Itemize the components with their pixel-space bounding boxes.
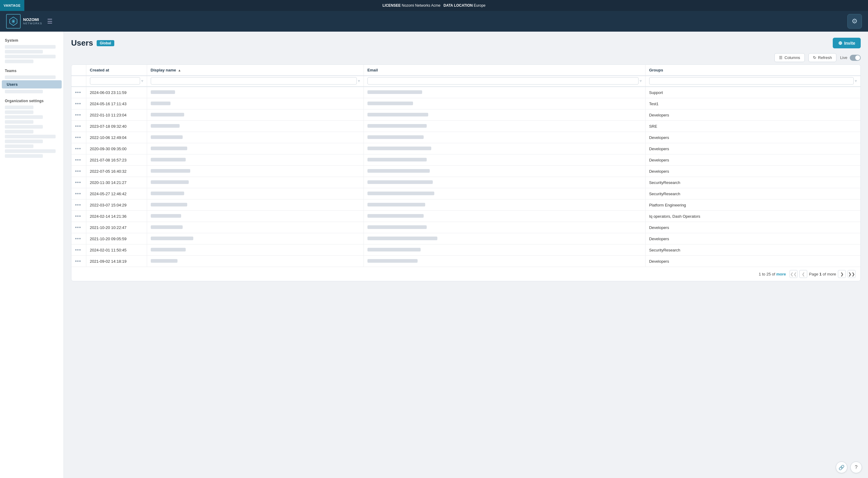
row-created-at: 2024-05-27 12:46:42	[86, 188, 147, 200]
row-actions-cell[interactable]: •••	[71, 121, 86, 132]
table-row: •••2022-07-05 16:40:32Developers	[71, 166, 860, 177]
header: NOZOMI NETWORKS ☰ ⚙	[0, 11, 868, 32]
row-actions-icon[interactable]: •••	[75, 202, 81, 207]
row-created-at: 2020-11-30 14:21:27	[86, 177, 147, 188]
filter-email-wrapper: ▿	[367, 77, 642, 85]
row-actions-icon[interactable]: •••	[75, 112, 81, 117]
blurred-email	[367, 113, 428, 116]
plus-icon: ⊕	[838, 40, 842, 46]
row-groups: Developers	[645, 143, 860, 154]
row-actions-cell[interactable]: •••	[71, 110, 86, 121]
table-row: •••2020-11-30 14:21:27SecurityResearch	[71, 177, 860, 188]
row-groups: Developers	[645, 222, 860, 233]
table-row: •••2023-07-18 09:32:40SRE	[71, 121, 860, 132]
row-actions-cell[interactable]: •••	[71, 98, 86, 110]
users-table-container: Created at Display name ▲ Email Groups	[71, 64, 861, 281]
live-label: Live	[840, 55, 847, 60]
row-actions-cell[interactable]: •••	[71, 233, 86, 244]
pagination: 1 to 25 of more ❮❮ ❮ Page 1 of more ❯ ❯❯	[71, 267, 860, 281]
blurred-display-name	[151, 169, 190, 173]
row-actions-icon[interactable]: •••	[75, 180, 81, 185]
blurred-display-name	[151, 101, 170, 105]
next-page-button[interactable]: ❯	[838, 270, 846, 278]
row-actions-icon[interactable]: •••	[75, 146, 81, 151]
row-actions-cell[interactable]: •••	[71, 211, 86, 222]
sidebar-section-system: System	[0, 36, 64, 44]
filter-created-input[interactable]	[90, 77, 140, 85]
help-button[interactable]: ?	[850, 461, 862, 473]
row-actions-cell[interactable]: •••	[71, 87, 86, 98]
row-actions-cell[interactable]: •••	[71, 188, 86, 200]
row-actions-icon[interactable]: •••	[75, 169, 81, 174]
hamburger-menu[interactable]: ☰	[47, 18, 53, 25]
gear-icon: ⚙	[851, 17, 858, 25]
row-actions-cell[interactable]: •••	[71, 200, 86, 211]
row-email	[364, 143, 645, 154]
columns-button[interactable]: ☰ Columns	[774, 53, 804, 62]
sidebar-blurred-4	[5, 60, 33, 63]
help-icon: ?	[855, 465, 858, 470]
filter-display-input[interactable]	[151, 77, 357, 85]
row-created-at: 2021-07-08 16:57:23	[86, 154, 147, 166]
row-created-at: 2022-03-07 15:04:29	[86, 200, 147, 211]
link-button[interactable]: 🔗	[836, 461, 847, 473]
row-actions-cell[interactable]: •••	[71, 166, 86, 177]
row-actions-cell[interactable]: •••	[71, 177, 86, 188]
row-actions-icon[interactable]: •••	[75, 259, 81, 264]
row-email	[364, 222, 645, 233]
settings-button[interactable]: ⚙	[847, 14, 862, 29]
blurred-display-name	[151, 259, 178, 263]
row-actions-cell[interactable]: •••	[71, 244, 86, 256]
row-created-at: 2024-02-14 14:21:36	[86, 211, 147, 222]
filter-email-cell: ▿	[364, 76, 645, 87]
row-actions-icon[interactable]: •••	[75, 101, 81, 106]
filter-created-wrapper: ▿	[90, 77, 143, 85]
row-actions-cell[interactable]: •••	[71, 256, 86, 267]
row-actions-cell[interactable]: •••	[71, 143, 86, 154]
filter-groups-cell: ▿	[645, 76, 860, 87]
sidebar-item-users[interactable]: Users	[2, 80, 62, 88]
row-actions-icon[interactable]: •••	[75, 135, 81, 140]
live-toggle[interactable]: Live	[840, 55, 861, 61]
row-groups: Test1	[645, 98, 860, 110]
row-actions-icon[interactable]: •••	[75, 191, 81, 196]
last-page-button[interactable]: ❯❯	[848, 270, 856, 278]
prev-page-button[interactable]: ❮	[799, 270, 807, 278]
refresh-button[interactable]: ↻ Refresh	[808, 53, 837, 62]
row-actions-icon[interactable]: •••	[75, 123, 81, 129]
filter-groups-icon[interactable]: ▿	[855, 79, 857, 83]
page-nav: ❮❮ ❮ Page 1 of more ❯ ❯❯	[789, 270, 856, 278]
th-created-at[interactable]: Created at	[86, 65, 147, 76]
row-actions-icon[interactable]: •••	[75, 247, 81, 252]
row-actions-icon[interactable]: •••	[75, 236, 81, 241]
filter-email-input[interactable]	[367, 77, 639, 85]
sidebar-blurred-16	[5, 149, 56, 153]
row-actions-cell[interactable]: •••	[71, 222, 86, 233]
table-row: •••2021-10-20 09:05:59Developers	[71, 233, 860, 244]
row-groups: SecurityResearch	[645, 188, 860, 200]
row-actions-icon[interactable]: •••	[75, 213, 81, 219]
blurred-display-name	[151, 237, 193, 240]
filter-email-icon[interactable]: ▿	[640, 79, 642, 83]
filter-created-icon[interactable]: ▿	[141, 79, 143, 83]
filter-groups-input[interactable]	[649, 77, 854, 85]
first-page-button[interactable]: ❮❮	[789, 270, 798, 278]
invite-button[interactable]: ⊕ Invite	[833, 38, 861, 48]
th-groups[interactable]: Groups	[645, 65, 860, 76]
row-email	[364, 233, 645, 244]
row-actions-cell[interactable]: •••	[71, 132, 86, 143]
row-actions-icon[interactable]: •••	[75, 225, 81, 230]
row-actions-icon[interactable]: •••	[75, 90, 81, 95]
row-actions-cell[interactable]: •••	[71, 154, 86, 166]
table-header-row: Created at Display name ▲ Email Groups	[71, 65, 860, 76]
th-display-name[interactable]: Display name ▲	[147, 65, 364, 76]
live-toggle-switch[interactable]	[850, 55, 861, 61]
row-actions-icon[interactable]: •••	[75, 157, 81, 162]
row-groups: Support	[645, 87, 860, 98]
blurred-display-name	[151, 203, 187, 206]
th-email[interactable]: Email	[364, 65, 645, 76]
filter-display-icon[interactable]: ▿	[358, 79, 360, 83]
blurred-email	[367, 259, 417, 263]
table-row: •••2021-09-02 14:18:19Developers	[71, 256, 860, 267]
sidebar-blurred-3	[5, 55, 56, 58]
